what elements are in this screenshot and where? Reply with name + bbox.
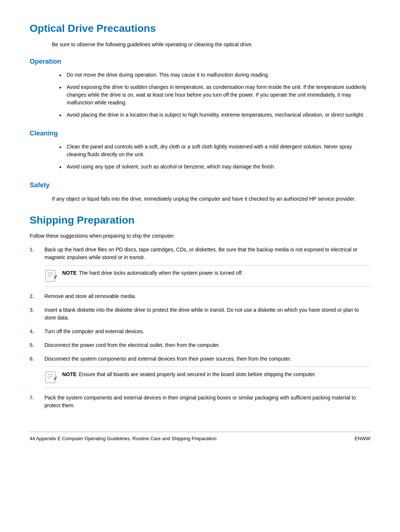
- list-item: 3. Insert a blank diskette into the disk…: [30, 306, 370, 322]
- list-item: 5. Disconnect the power cord from the el…: [30, 341, 370, 349]
- footer: 44 Appendix E Computer Operating Guideli…: [30, 432, 370, 441]
- list-item: 7. Pack the system components and extern…: [30, 394, 370, 409]
- cleaning-title: Cleaning: [30, 129, 370, 138]
- list-item: Do not move the drive during operation. …: [59, 71, 370, 79]
- list-number: 5.: [30, 341, 41, 349]
- safety-title: Safety: [30, 181, 370, 190]
- cleaning-list: Clean the panel and controls with a soft…: [59, 143, 370, 171]
- main-title: Optical Drive Precautions: [30, 22, 370, 35]
- page-content: Optical Drive Precautions Be sure to obs…: [30, 22, 370, 441]
- safety-section: Safety If any object or liquid falls int…: [30, 181, 370, 203]
- list-item: Clean the panel and controls with a soft…: [59, 143, 370, 158]
- operation-section: Operation Do not move the drive during o…: [30, 57, 370, 119]
- list-item: 2. Remove and store all removable media.: [30, 292, 370, 300]
- footer-right: ENWW: [354, 436, 370, 441]
- list-item: 1. Back up the hard drive files on PD di…: [30, 246, 370, 287]
- list-text: Remove and store all removable media.: [44, 293, 136, 299]
- safety-text: If any object or liquid falls into the d…: [52, 195, 370, 203]
- shipping-intro: Follow these suggestions when preparing …: [30, 232, 370, 240]
- note-box: NOTEThe hard drive locks automatically w…: [44, 265, 370, 287]
- list-text: Pack the system components and external …: [44, 395, 356, 408]
- operation-list: Do not move the drive during operation. …: [59, 71, 370, 119]
- svg-rect-4: [46, 372, 55, 383]
- list-text: Disconnect the power cord from the elect…: [44, 342, 220, 348]
- footer-left: 44 Appendix E Computer Operating Guideli…: [30, 436, 216, 441]
- note-text: NOTEEnsure that all boards are seated pr…: [62, 371, 316, 378]
- list-number: 4.: [30, 328, 41, 335]
- note-icon: [44, 371, 58, 384]
- shipping-title: Shipping Preparation: [30, 214, 370, 227]
- note-box: NOTEEnsure that all boards are seated pr…: [44, 367, 370, 388]
- note-text: NOTEThe hard drive locks automatically w…: [62, 269, 243, 277]
- shipping-list: 1. Back up the hard drive files on PD di…: [30, 246, 370, 409]
- list-item: Avoid exposing the drive to sudden chang…: [59, 83, 370, 107]
- list-text: Turn off the computer and external devic…: [44, 328, 144, 334]
- list-item: Avoid placing the drive in a location th…: [59, 111, 370, 119]
- svg-rect-0: [46, 270, 55, 281]
- list-number: 3.: [30, 306, 41, 314]
- list-number: 6.: [30, 355, 41, 363]
- list-item: 6. Disconnect the system components and …: [30, 355, 370, 388]
- intro-text: Be sure to observe the following guideli…: [52, 41, 370, 48]
- note-icon: [44, 269, 58, 282]
- list-item: 4. Turn off the computer and external de…: [30, 328, 370, 335]
- list-item: Avoid using any type of solvent, such as…: [59, 163, 370, 171]
- cleaning-section: Cleaning Clean the panel and controls wi…: [30, 129, 370, 171]
- list-text: Disconnect the system components and ext…: [44, 356, 291, 362]
- list-number: 2.: [30, 292, 41, 300]
- list-text: Insert a blank diskette into the diskett…: [44, 307, 359, 321]
- list-number: 7.: [30, 394, 41, 402]
- operation-title: Operation: [30, 57, 370, 66]
- list-text: Back up the hard drive files on PD discs…: [44, 247, 357, 260]
- list-number: 1.: [30, 246, 41, 254]
